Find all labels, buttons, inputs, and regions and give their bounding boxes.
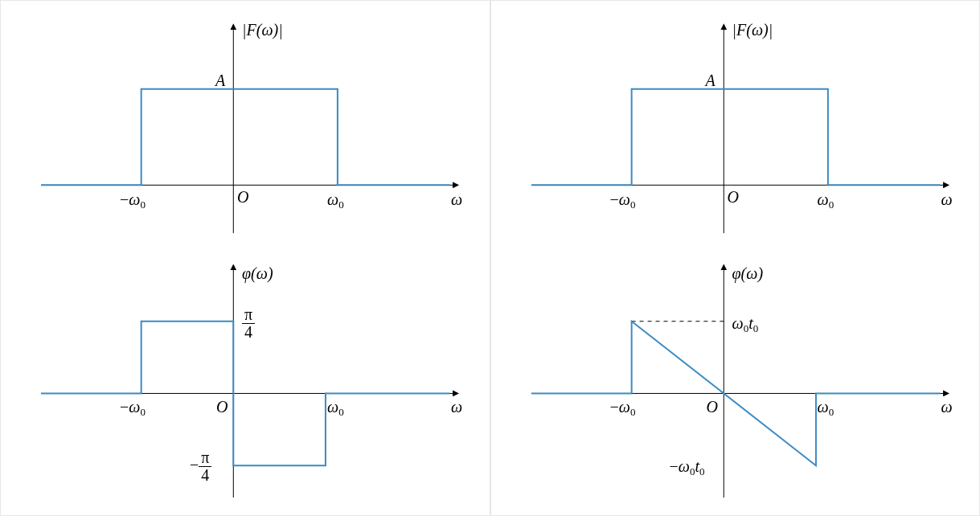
left-panel: |F(ω)| A O −ω0 ω0 ω φ(ω) π4 −π4 O −ω0 ω0… xyxy=(0,0,490,516)
right-panel: |F(ω)| A O −ω0 ω0 ω φ(ω) ω0t0 −ω0t0 O −ω… xyxy=(490,0,981,516)
figure-container: |F(ω)| A O −ω0 ω0 ω φ(ω) π4 −π4 O −ω0 ω0… xyxy=(0,0,980,516)
left-svg xyxy=(1,1,490,515)
right-svg xyxy=(491,1,980,515)
